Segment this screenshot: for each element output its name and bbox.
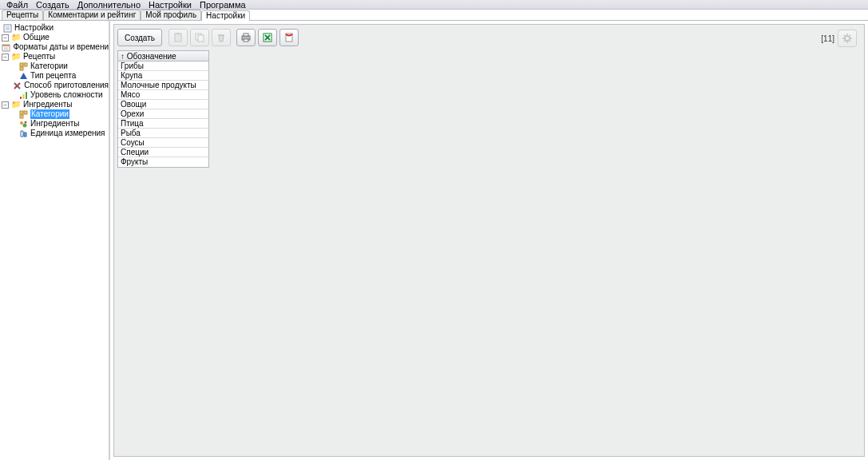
svg-line-39	[850, 35, 850, 36]
row-counter: [11]	[821, 34, 834, 43]
svg-rect-14	[26, 92, 27, 99]
svg-rect-1	[6, 26, 10, 30]
create-button[interactable]: Создать	[117, 29, 162, 46]
menu-file[interactable]: Файл	[2, 0, 32, 9]
tree-ingredients[interactable]: − 📁 Ингредиенты	[0, 100, 109, 109]
tree-ingredient-list-label: Ингредиенты	[30, 119, 80, 129]
tree-view: Настройки − 📁 Общие Форматы даты и време…	[0, 21, 110, 460]
menu-create[interactable]: Создать	[32, 0, 73, 9]
tree-ingredient-list[interactable]: Ингредиенты	[0, 119, 109, 129]
settings-gear-button[interactable]	[838, 30, 857, 47]
tree-general[interactable]: − 📁 Общие	[0, 33, 109, 42]
tools-icon	[11, 81, 22, 90]
calendar-icon	[0, 42, 11, 52]
svg-line-36	[844, 35, 845, 36]
svg-rect-16	[24, 111, 27, 114]
svg-line-37	[850, 41, 850, 42]
tree-date-formats[interactable]: Форматы даты и времени	[0, 42, 109, 52]
tree-general-label: Общие	[23, 33, 50, 42]
tree-recipes[interactable]: − 📁 Рецепты	[0, 52, 109, 61]
categories-icon	[18, 109, 29, 119]
svg-rect-22	[176, 33, 180, 34]
content-area: Создать [11] ↑ Обозначение ГрибыКру	[110, 21, 868, 460]
tree-ingredient-categories-label: Категории	[30, 109, 69, 119]
svg-rect-8	[20, 67, 23, 70]
collapse-icon[interactable]: −	[2, 34, 9, 42]
svg-rect-17	[20, 115, 23, 118]
tree-cooking-method-label: Способ приготовления	[24, 81, 109, 90]
svg-point-31	[845, 36, 850, 41]
tree-date-formats-label: Форматы даты и времени	[13, 42, 109, 52]
svg-rect-3	[2, 45, 10, 46]
svg-rect-27	[244, 34, 248, 36]
tree-ingredient-categories[interactable]: Категории	[0, 109, 109, 119]
tree-root[interactable]: Настройки	[0, 23, 109, 33]
delete-button[interactable]	[212, 29, 231, 46]
copy-button[interactable]	[190, 29, 209, 46]
svg-point-20	[24, 121, 26, 123]
folder-icon: 📁	[10, 52, 22, 61]
svg-rect-12	[20, 97, 22, 99]
tree-units[interactable]: Единица измерения	[0, 129, 109, 138]
svg-line-38	[844, 41, 845, 42]
table-row[interactable]: Орехи	[118, 109, 208, 119]
folder-icon: 📁	[10, 100, 22, 109]
table-row[interactable]: Молочные продукты	[118, 81, 208, 90]
type-icon	[18, 71, 29, 81]
level-icon	[18, 90, 29, 100]
svg-rect-7	[24, 63, 27, 66]
print-button[interactable]	[236, 29, 256, 46]
export-pdf-button[interactable]	[279, 29, 299, 46]
categories-icon	[18, 61, 29, 71]
svg-rect-21	[175, 34, 181, 42]
table-row[interactable]: Фрукты	[118, 157, 208, 167]
tab-comments[interactable]: Комментарии и рейтинг	[43, 10, 141, 20]
tree-recipe-categories[interactable]: Категории	[0, 61, 109, 71]
svg-rect-28	[244, 39, 248, 42]
svg-marker-9	[20, 73, 27, 79]
grid-column-header[interactable]: ↑ Обозначение	[118, 51, 208, 61]
svg-rect-15	[20, 111, 23, 114]
svg-rect-6	[20, 63, 23, 66]
table-row[interactable]: Грибы	[118, 61, 208, 71]
collapse-icon[interactable]: −	[2, 101, 9, 109]
svg-rect-24	[198, 35, 204, 42]
tab-bar: Рецепты Комментарии и рейтинг Мой профил…	[0, 10, 868, 21]
folder-icon: 📁	[10, 33, 22, 42]
svg-rect-13	[22, 94, 24, 99]
tree-recipe-type[interactable]: Тип рецепта	[0, 71, 109, 81]
tree-units-label: Единица измерения	[30, 129, 105, 138]
menu-extra[interactable]: Дополнительно	[73, 0, 145, 9]
units-icon	[18, 129, 29, 138]
tab-profile[interactable]: Мой профиль	[141, 10, 201, 20]
table-row[interactable]: Специи	[118, 148, 208, 157]
tree-difficulty-label: Уровень сложности	[30, 90, 103, 100]
paste-button[interactable]	[168, 29, 188, 46]
menu-program[interactable]: Программа	[196, 0, 250, 9]
tree-ingredients-label: Ингредиенты	[23, 100, 73, 109]
tab-settings[interactable]: Настройки	[201, 10, 250, 21]
tree-root-label: Настройки	[14, 23, 54, 33]
table-row[interactable]: Овощи	[118, 100, 208, 109]
menu-settings[interactable]: Настройки	[145, 0, 196, 9]
sort-indicator: ↑	[121, 52, 125, 61]
grid-header-label: Обозначение	[127, 52, 176, 61]
svg-point-19	[22, 123, 26, 127]
table-row[interactable]: Крупа	[118, 71, 208, 81]
data-grid: ↑ Обозначение ГрибыКрупаМолочные продукт…	[117, 50, 209, 168]
table-row[interactable]: Соусы	[118, 138, 208, 148]
tree-recipes-label: Рецепты	[23, 52, 55, 61]
tree-difficulty[interactable]: Уровень сложности	[0, 90, 109, 100]
menu-bar: Файл Создать Дополнительно Настройки Про…	[0, 0, 868, 10]
collapse-icon[interactable]: −	[2, 54, 9, 61]
tree-cooking-method[interactable]: Способ приготовления	[0, 81, 109, 90]
export-excel-button[interactable]	[258, 29, 277, 46]
toolbar: Создать	[117, 28, 861, 47]
ingredients-icon	[18, 119, 29, 129]
table-row[interactable]: Рыба	[118, 129, 208, 138]
table-row[interactable]: Птица	[118, 119, 208, 129]
table-row[interactable]: Мясо	[118, 90, 208, 100]
tree-recipe-categories-label: Категории	[30, 61, 68, 71]
tab-recipes[interactable]: Рецепты	[2, 10, 43, 20]
tree-recipe-type-label: Тип рецепта	[30, 71, 76, 81]
